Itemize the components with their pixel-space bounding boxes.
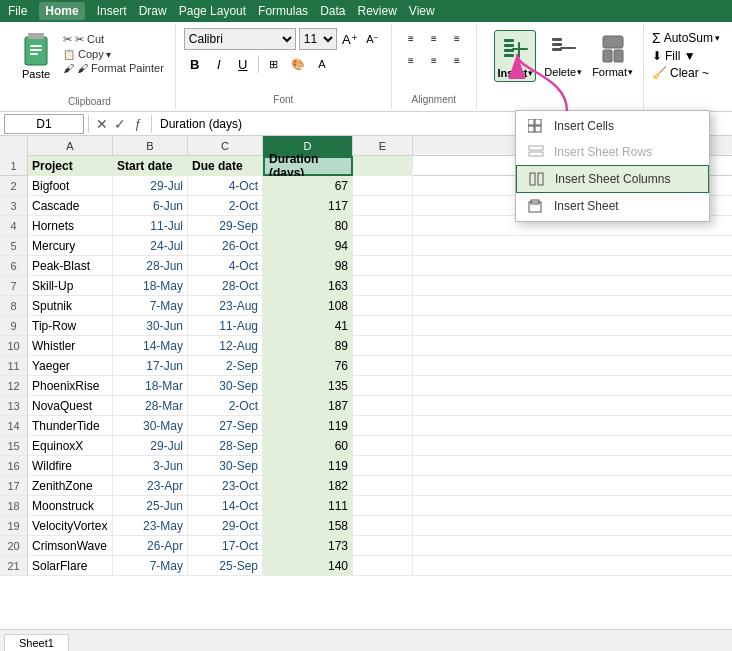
cell-project[interactable]: Wildfire: [28, 456, 113, 476]
cancel-formula-icon[interactable]: ✕: [93, 115, 111, 133]
cell-due[interactable]: 4-Oct: [188, 176, 263, 196]
cell-e[interactable]: [353, 296, 413, 316]
cell-duration[interactable]: 119: [263, 416, 353, 436]
cell-e[interactable]: [353, 276, 413, 296]
cell-start[interactable]: 23-May: [113, 516, 188, 536]
menu-review[interactable]: Review: [357, 4, 396, 18]
cell-duration[interactable]: 98: [263, 256, 353, 276]
copy-button[interactable]: 📋 Copy ▾: [60, 47, 167, 61]
cell-start[interactable]: 7-May: [113, 556, 188, 576]
cell-duration[interactable]: 163: [263, 276, 353, 296]
sheet-tab-1[interactable]: Sheet1: [4, 634, 69, 651]
cell-due[interactable]: 14-Oct: [188, 496, 263, 516]
cell-due[interactable]: 25-Sep: [188, 556, 263, 576]
cut-button[interactable]: ✂ ✂ Cut: [60, 32, 167, 47]
cell-e[interactable]: [353, 196, 413, 216]
decrease-font-size[interactable]: A⁻: [363, 29, 383, 49]
cell-project[interactable]: CrimsonWave: [28, 536, 113, 556]
cell-project[interactable]: EquinoxX: [28, 436, 113, 456]
cell-d1[interactable]: Duration (days): [263, 156, 353, 176]
cell-project[interactable]: Yaeger: [28, 356, 113, 376]
cell-start[interactable]: 30-May: [113, 416, 188, 436]
cell-start[interactable]: 29-Jul: [113, 176, 188, 196]
cell-due[interactable]: 28-Sep: [188, 436, 263, 456]
cell-start[interactable]: 7-May: [113, 296, 188, 316]
cell-e[interactable]: [353, 416, 413, 436]
cell-project[interactable]: NovaQuest: [28, 396, 113, 416]
cell-e[interactable]: [353, 316, 413, 336]
cell-duration[interactable]: 173: [263, 536, 353, 556]
cell-due[interactable]: 29-Oct: [188, 516, 263, 536]
insert-cells-item[interactable]: Insert Cells: [516, 113, 709, 139]
cell-e1[interactable]: [353, 156, 413, 176]
cell-e[interactable]: [353, 216, 413, 236]
insert-function-icon[interactable]: ƒ: [129, 115, 147, 133]
italic-button[interactable]: I: [208, 53, 230, 75]
cell-start[interactable]: 11-Jul: [113, 216, 188, 236]
menu-insert[interactable]: Insert: [97, 4, 127, 18]
cell-duration[interactable]: 135: [263, 376, 353, 396]
cell-due[interactable]: 2-Oct: [188, 196, 263, 216]
cell-due[interactable]: 26-Oct: [188, 236, 263, 256]
cell-duration[interactable]: 80: [263, 216, 353, 236]
cell-project[interactable]: ThunderTide: [28, 416, 113, 436]
cell-duration[interactable]: 111: [263, 496, 353, 516]
col-header-c[interactable]: C: [188, 136, 263, 156]
format-painter-button[interactable]: 🖌 🖌 Format Painter: [60, 61, 167, 75]
delete-button[interactable]: Delete ▾: [542, 30, 584, 80]
cell-project[interactable]: Skill-Up: [28, 276, 113, 296]
col-header-a[interactable]: A: [28, 136, 113, 156]
menu-page-layout[interactable]: Page Layout: [179, 4, 246, 18]
font-name-select[interactable]: Calibri: [184, 28, 296, 50]
cell-start[interactable]: 23-Apr: [113, 476, 188, 496]
fill-button[interactable]: ⬇ Fill ▼: [652, 49, 720, 63]
cell-due[interactable]: 4-Oct: [188, 256, 263, 276]
cell-due[interactable]: 2-Oct: [188, 396, 263, 416]
cell-start[interactable]: 26-Apr: [113, 536, 188, 556]
col-header-e[interactable]: E: [353, 136, 413, 156]
cell-duration[interactable]: 108: [263, 296, 353, 316]
menu-home[interactable]: Home: [39, 2, 84, 20]
cell-start[interactable]: 24-Jul: [113, 236, 188, 256]
cell-duration[interactable]: 94: [263, 236, 353, 256]
cell-due[interactable]: 12-Aug: [188, 336, 263, 356]
cell-a1[interactable]: Project: [28, 156, 113, 176]
insert-button[interactable]: Insert ▾: [494, 30, 536, 82]
menu-file[interactable]: File: [8, 4, 27, 18]
cell-duration[interactable]: 158: [263, 516, 353, 536]
align-left[interactable]: ≡: [400, 50, 422, 70]
cell-duration[interactable]: 182: [263, 476, 353, 496]
border-button[interactable]: ⊞: [263, 53, 285, 75]
menu-draw[interactable]: Draw: [139, 4, 167, 18]
cell-duration[interactable]: 76: [263, 356, 353, 376]
cell-e[interactable]: [353, 456, 413, 476]
underline-button[interactable]: U: [232, 53, 254, 75]
cell-duration[interactable]: 117: [263, 196, 353, 216]
confirm-formula-icon[interactable]: ✓: [111, 115, 129, 133]
cell-e[interactable]: [353, 436, 413, 456]
increase-font-size[interactable]: A⁺: [340, 29, 360, 49]
cell-due[interactable]: 2-Sep: [188, 356, 263, 376]
cell-due[interactable]: 11-Aug: [188, 316, 263, 336]
cell-duration[interactable]: 67: [263, 176, 353, 196]
cell-e[interactable]: [353, 176, 413, 196]
format-button[interactable]: Format ▾: [590, 30, 635, 80]
cell-start[interactable]: 25-Jun: [113, 496, 188, 516]
cell-start[interactable]: 30-Jun: [113, 316, 188, 336]
insert-sheet-columns-item[interactable]: Insert Sheet Columns: [516, 165, 709, 193]
cell-start[interactable]: 3-Jun: [113, 456, 188, 476]
cell-duration[interactable]: 119: [263, 456, 353, 476]
cell-due[interactable]: 23-Aug: [188, 296, 263, 316]
cell-due[interactable]: 17-Oct: [188, 536, 263, 556]
align-center[interactable]: ≡: [423, 50, 445, 70]
cell-start[interactable]: 18-May: [113, 276, 188, 296]
cell-e[interactable]: [353, 396, 413, 416]
cell-duration[interactable]: 140: [263, 556, 353, 576]
cell-project[interactable]: SolarFlare: [28, 556, 113, 576]
bold-button[interactable]: B: [184, 53, 206, 75]
cell-project[interactable]: Peak-Blast: [28, 256, 113, 276]
cell-duration[interactable]: 89: [263, 336, 353, 356]
align-middle[interactable]: ≡: [423, 28, 445, 48]
cell-c1[interactable]: Due date: [188, 156, 263, 176]
autosum-button[interactable]: Σ AutoSum ▾: [652, 30, 720, 46]
